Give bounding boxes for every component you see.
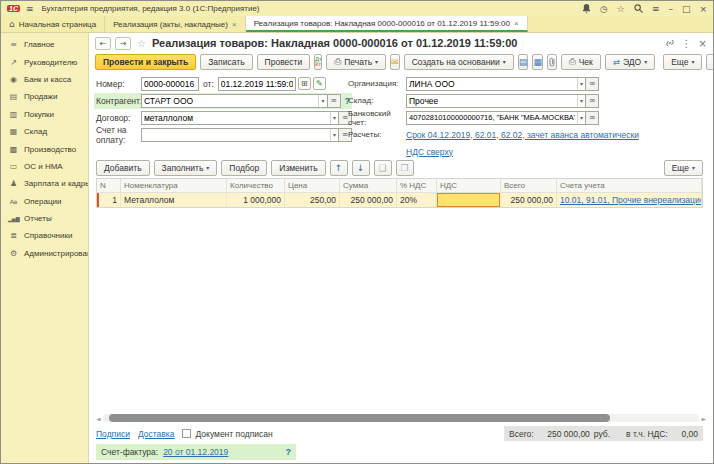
send-email-button[interactable]: ✉: [390, 54, 400, 70]
settlements-link[interactable]: Срок 04.12.2019, 62.01, 62.02, зачет ава…: [406, 130, 639, 140]
get-link-icon[interactable]: [665, 38, 675, 48]
close-window-icon[interactable]: ×: [699, 4, 707, 14]
check-receipt-button[interactable]: ⎙Чек: [561, 54, 601, 70]
move-row-up-button[interactable]: ↑: [330, 160, 348, 176]
table-more-button[interactable]: Еще▾: [664, 160, 703, 176]
attachments-button[interactable]: [547, 54, 557, 70]
sidebar-item-os-i-nma[interactable]: ▭ОС и НМА: [1, 158, 88, 175]
open-link-icon[interactable]: ∞: [586, 77, 599, 91]
date-input[interactable]: [219, 79, 295, 89]
notifications-bell-icon[interactable]: [582, 4, 591, 14]
scrollbar-track[interactable]: [103, 414, 700, 422]
chevron-down-icon[interactable]: ▾: [330, 129, 338, 141]
post-button[interactable]: Провести: [257, 54, 311, 70]
edit-pencil-icon[interactable]: ✎: [313, 77, 326, 90]
favorites-star-icon[interactable]: ☆: [617, 4, 625, 14]
sidebar-item-operacii[interactable]: АвОперации: [1, 193, 88, 210]
invoice-link[interactable]: 20 от 01.12.2019: [163, 447, 228, 457]
open-link-icon[interactable]: ∞: [586, 94, 599, 108]
more-vert-icon[interactable]: ⋮: [682, 38, 692, 49]
invoice-help-icon[interactable]: ?: [286, 447, 292, 457]
forward-button[interactable]: →: [115, 37, 131, 50]
fixed-assets-icon: ▭: [8, 162, 19, 171]
close-document-icon[interactable]: ×: [699, 38, 707, 49]
chevron-down-icon[interactable]: ▾: [318, 95, 326, 107]
document-signed-checkbox[interactable]: [182, 429, 191, 438]
organization-label: Организация:: [348, 79, 406, 88]
counterparty-input[interactable]: [142, 96, 318, 106]
cell-total[interactable]: 250 000,00: [501, 193, 557, 207]
contract-input[interactable]: [142, 113, 330, 123]
cell-quantity[interactable]: 1 000,000: [227, 193, 285, 207]
calendar-icon[interactable]: ⊞: [298, 77, 311, 90]
create-based-on-button[interactable]: Создать на основании▾: [404, 54, 514, 70]
print-button[interactable]: ⎙Печать▾: [326, 54, 386, 70]
cell-price[interactable]: 250,00: [285, 193, 340, 207]
tab-home[interactable]: ⌂ Начальная страница: [1, 16, 105, 32]
payment-invoice-input[interactable]: [142, 130, 330, 140]
minimize-icon[interactable]: –: [668, 4, 673, 14]
chevron-down-icon[interactable]: ▾: [577, 112, 585, 124]
copy-row-button[interactable]: ❏: [374, 160, 392, 176]
edo-button[interactable]: ⇄ЭДО▾: [605, 54, 655, 70]
open-link-icon[interactable]: ∞: [586, 111, 599, 125]
post-and-close-button[interactable]: Провести и закрыть: [95, 54, 196, 70]
vat-mode-link[interactable]: НДС сверху: [406, 147, 453, 157]
sidebar-item-prodazhi[interactable]: ▤Продажи: [1, 88, 88, 105]
service-menu-icon[interactable]: ≡: [652, 4, 660, 14]
scroll-right-icon[interactable]: ►: [701, 415, 706, 422]
cell-n[interactable]: 1: [97, 193, 121, 207]
sidebar-item-spravochniki[interactable]: ≣Справочники: [1, 227, 88, 244]
save-button[interactable]: Записать: [200, 54, 252, 70]
sidebar-item-rukovoditelyu[interactable]: ↗Руководителю: [1, 53, 88, 70]
pick-button[interactable]: Подбор: [221, 160, 267, 176]
warehouse-input[interactable]: [407, 96, 577, 106]
tab-goods-sale-document[interactable]: Реализация товаров: Накладная 0000-00001…: [246, 16, 528, 32]
table-row[interactable]: 1 Металлолом 1 000,000 250,00 250 000,00…: [97, 193, 702, 207]
main-menu-icon[interactable]: ≡: [26, 4, 34, 14]
add-row-button[interactable]: Добавить: [96, 160, 150, 176]
edit-button[interactable]: Изменить: [271, 160, 325, 176]
sidebar-item-glavnoe[interactable]: ≡Главное: [1, 36, 88, 53]
number-input[interactable]: [142, 79, 198, 89]
select-rows-button[interactable]: ❐: [396, 160, 414, 176]
sidebar-item-sklad[interactable]: ▦Склад: [1, 123, 88, 140]
help-button[interactable]: ?: [706, 54, 714, 70]
tab-sales-documents[interactable]: Реализация (акты, накладные) ×: [105, 16, 246, 32]
scrollbar-thumb[interactable]: [109, 414, 610, 422]
related-documents-button[interactable]: ▦: [532, 54, 543, 70]
bank-account-input[interactable]: [407, 113, 577, 122]
move-row-down-button[interactable]: ↓: [352, 160, 370, 176]
scroll-left-icon[interactable]: ◄: [96, 415, 101, 422]
sidebar-item-bank-i-kassa[interactable]: ◉Банк и касса: [1, 71, 88, 88]
sidebar-item-administrirovanie[interactable]: ⚙Администрирование: [1, 245, 88, 262]
more-button[interactable]: Еще▾: [663, 54, 702, 70]
chevron-down-icon[interactable]: ▾: [577, 95, 585, 107]
back-button[interactable]: ←: [95, 37, 111, 50]
history-icon[interactable]: ◷: [600, 4, 608, 14]
tab-close-icon[interactable]: ×: [514, 19, 519, 28]
maximize-icon[interactable]: □: [682, 4, 691, 14]
sidebar-item-proizvodstvo[interactable]: ▩Производство: [1, 140, 88, 157]
sidebar-item-zarplata-i-kadry[interactable]: ♟Зарплата и кадры: [1, 175, 88, 192]
reports-list-button[interactable]: ▤: [518, 54, 529, 70]
sidebar-item-pokupki[interactable]: ▥Покупки: [1, 106, 88, 123]
cell-nomenclature[interactable]: Металлолом: [121, 193, 227, 207]
cell-sum[interactable]: 250 000,00: [340, 193, 397, 207]
search-icon[interactable]: [634, 4, 643, 13]
tab-close-icon[interactable]: ×: [232, 20, 237, 29]
chevron-down-icon[interactable]: ▾: [577, 78, 585, 90]
organization-input[interactable]: [407, 79, 577, 89]
open-link-icon[interactable]: ∞: [328, 94, 341, 108]
fill-button[interactable]: Заполнить▾: [154, 160, 218, 176]
delivery-link[interactable]: Доставка: [138, 429, 175, 439]
horizontal-scrollbar[interactable]: ◄ ►: [96, 412, 706, 424]
sidebar-item-otchety[interactable]: ▂▅▇Отчеты: [1, 210, 88, 227]
cell-vat-active[interactable]: [437, 193, 501, 207]
chevron-down-icon[interactable]: ▾: [330, 112, 338, 124]
dt-kt-postings-button[interactable]: ДтКт: [314, 54, 322, 70]
cell-accounts-link[interactable]: 10.01, 91.01, Прочие внереализационные д…: [557, 193, 702, 207]
signatures-link[interactable]: Подписи: [96, 429, 130, 439]
cell-vat-percent[interactable]: 20%: [397, 193, 437, 207]
favorite-star-icon[interactable]: ☆: [137, 38, 146, 49]
